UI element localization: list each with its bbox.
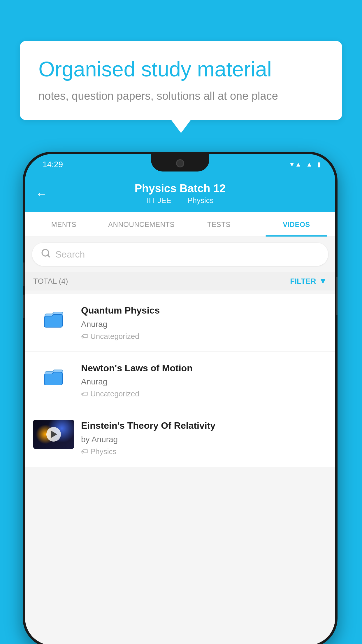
status-time: 14:29: [40, 160, 63, 169]
app-header: ← Physics Batch 12 IIT JEE Physics: [25, 175, 335, 212]
back-button[interactable]: ←: [36, 187, 47, 200]
video-title-2: Newton's Laws of Motion: [81, 362, 327, 374]
battery-icon: ▮: [317, 161, 321, 168]
tag-icon-3: 🏷: [81, 447, 88, 456]
header-subtitle-part1: IIT JEE: [147, 196, 171, 205]
filter-bar: TOTAL (4) FILTER ▼: [25, 272, 335, 290]
tab-tests[interactable]: TESTS: [180, 212, 258, 237]
video-info-1: Quantum Physics Anurag 🏷 Uncategorized: [81, 304, 327, 341]
play-button[interactable]: [46, 427, 61, 442]
video-info-2: Newton's Laws of Motion Anurag 🏷 Uncateg…: [81, 362, 327, 399]
phone-notch: [151, 154, 209, 172]
search-icon: [41, 248, 51, 260]
speech-bubble-subtitle: notes, question papers, solutions all at…: [38, 88, 324, 104]
tag-icon-2: 🏷: [81, 390, 88, 398]
video-author-2: Anurag: [81, 377, 327, 386]
speech-bubble-container: Organised study material notes, question…: [20, 41, 342, 120]
tab-announcements[interactable]: ANNOUNCEMENTS: [103, 212, 180, 237]
filter-label: FILTER: [290, 277, 316, 286]
tab-bar: MENTS ANNOUNCEMENTS TESTS VIDEOS: [25, 212, 335, 237]
filter-button[interactable]: FILTER ▼: [290, 276, 327, 286]
filter-icon: ▼: [319, 276, 327, 286]
video-tag-1: 🏷 Uncategorized: [81, 332, 327, 341]
tab-ments[interactable]: MENTS: [25, 212, 103, 237]
volume-down-button[interactable]: [23, 295, 24, 318]
signal-icon: ▲: [306, 161, 312, 168]
header-title-block: Physics Batch 12 IIT JEE Physics: [135, 182, 226, 205]
power-button[interactable]: [336, 277, 338, 315]
header-title: Physics Batch 12: [135, 182, 226, 195]
video-tag-2: 🏷 Uncategorized: [81, 389, 327, 398]
video-info-3: Einstein's Theory Of Relativity by Anura…: [81, 420, 327, 456]
search-bar[interactable]: Search: [32, 243, 328, 266]
content-area: Search TOTAL (4) FILTER ▼: [25, 237, 335, 644]
wifi-icon: ▼▲: [289, 161, 302, 168]
video-thumbnail-2: [33, 362, 74, 391]
camera: [176, 159, 184, 167]
header-subtitle: IIT JEE Physics: [135, 196, 226, 205]
speech-bubble: Organised study material notes, question…: [20, 41, 342, 120]
video-tag-text-1: Uncategorized: [90, 332, 139, 341]
svg-line-1: [48, 255, 50, 257]
video-thumbnail-3: [33, 420, 74, 449]
video-tag-text-2: Uncategorized: [90, 389, 139, 398]
tab-videos[interactable]: VIDEOS: [258, 212, 335, 237]
volume-up-button[interactable]: [23, 262, 24, 286]
video-tag-3: 🏷 Physics: [81, 447, 327, 456]
phone-inner: 14:29 ▼▲ ▲ ▮ ← Physics Batch 12 IIT JEE …: [25, 154, 335, 644]
play-icon: [51, 431, 57, 438]
speech-bubble-title: Organised study material: [38, 57, 324, 81]
video-author-3: by Anurag: [81, 435, 327, 444]
phone-frame: 14:29 ▼▲ ▲ ▮ ← Physics Batch 12 IIT JEE …: [23, 152, 338, 644]
video-title-1: Quantum Physics: [81, 304, 327, 317]
video-tag-text-3: Physics: [90, 447, 117, 456]
video-item-1[interactable]: Quantum Physics Anurag 🏷 Uncategorized: [25, 294, 335, 352]
video-thumbnail-1: [33, 304, 74, 334]
tag-icon-1: 🏷: [81, 332, 88, 340]
video-list: Quantum Physics Anurag 🏷 Uncategorized: [25, 294, 335, 467]
header-subtitle-part2: Physics: [187, 196, 214, 205]
status-icons: ▼▲ ▲ ▮: [289, 161, 321, 168]
video-author-1: Anurag: [81, 320, 327, 329]
search-placeholder: Search: [55, 249, 85, 260]
video-item-3[interactable]: Einstein's Theory Of Relativity by Anura…: [25, 409, 335, 467]
video-item-2[interactable]: Newton's Laws of Motion Anurag 🏷 Uncateg…: [25, 352, 335, 410]
total-label: TOTAL (4): [33, 277, 68, 286]
video-title-3: Einstein's Theory Of Relativity: [81, 420, 327, 432]
